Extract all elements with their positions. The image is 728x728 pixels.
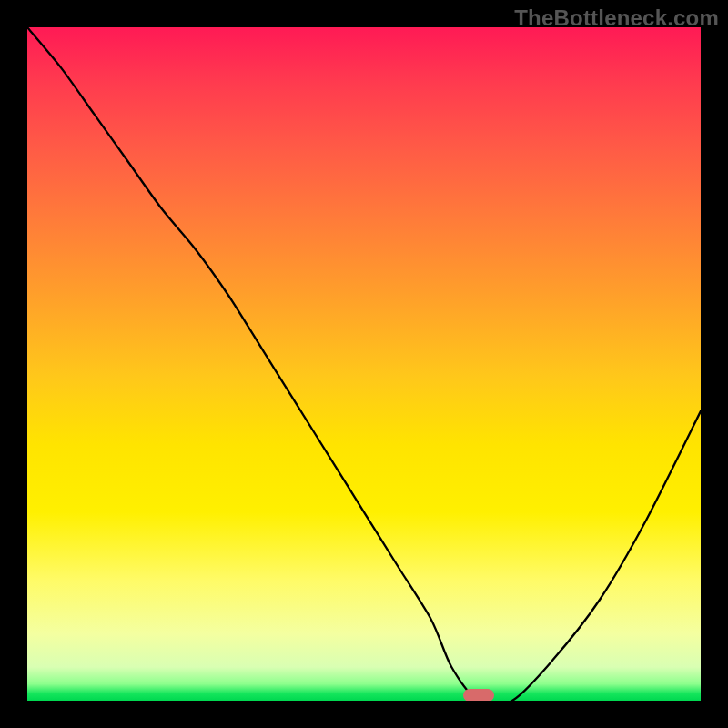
curve-svg <box>27 27 701 701</box>
watermark-text: TheBottleneck.com <box>514 5 719 31</box>
bottleneck-curve-path <box>27 27 701 701</box>
optimal-marker <box>463 689 494 701</box>
plot-area <box>27 27 701 701</box>
bottleneck-chart: TheBottleneck.com <box>0 0 728 728</box>
